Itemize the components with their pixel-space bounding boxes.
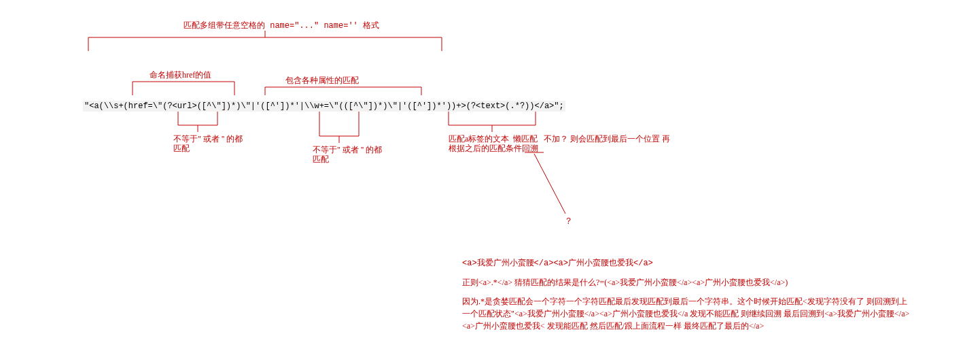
explanation-block: <a>我爱广州小蛮腰</a><a>广州小蛮腰也爱我</a> 正则<a>.*</a… xyxy=(462,257,911,339)
explain-p2: 因为.*是贪婪匹配会一个字符一个字符匹配最后发现匹配到最后一个字符串。这个时候开… xyxy=(462,295,911,332)
label-question-mark: ？ xyxy=(564,215,573,227)
label-attrs: 包含各种属性的匹配 xyxy=(285,75,359,86)
label-neq2-line2: 匹配 xyxy=(313,154,329,165)
label-lazy-line2: 根据之后的匹配条件回溯 xyxy=(449,143,538,154)
label-top: 匹配多组带任意空格的 name="..." name='' 格式 xyxy=(183,20,379,32)
svg-line-5 xyxy=(534,154,565,214)
sample-string: <a>我爱广州小蛮腰</a><a>广州小蛮腰也爱我</a> xyxy=(462,257,911,269)
explain-p1: 正则<a>.*</a> 猜猜匹配的结果是什么?=(<a>我爱广州小蛮腰</a><… xyxy=(462,276,911,288)
regex-string: "<a(\\s+(href=\"(?<url>([^\"])*)\"|'([^'… xyxy=(83,101,565,112)
label-named-capture: 命名捕获href的值 xyxy=(150,69,211,81)
label-neq1-line2: 匹配 xyxy=(173,143,190,154)
